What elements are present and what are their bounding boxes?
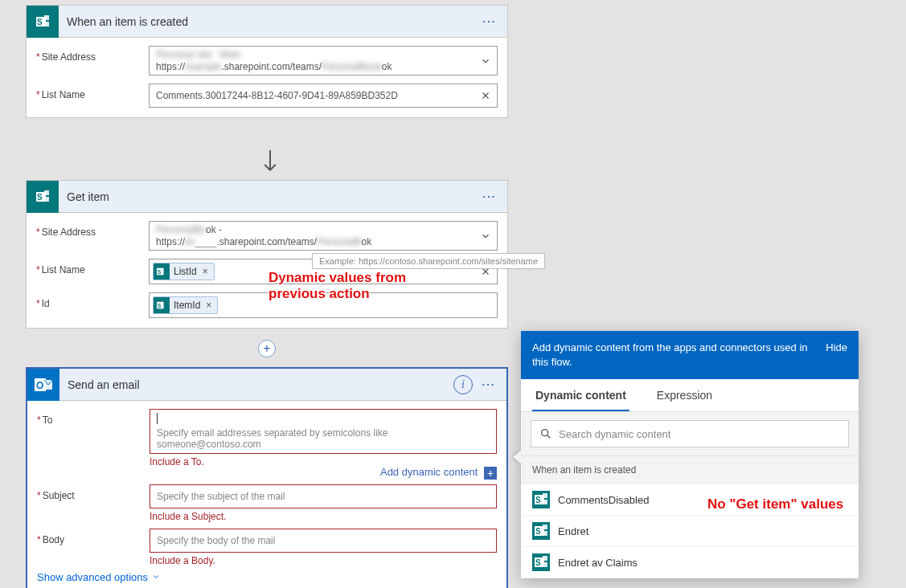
site-address-label: Site Address xyxy=(36,221,149,238)
site-line1: Personal site · Main xyxy=(156,49,240,60)
card-menu[interactable]: ··· xyxy=(478,190,501,202)
card-menu[interactable]: ··· xyxy=(478,378,500,390)
id-label: Id xyxy=(36,292,149,309)
list-name-value: Comments.30017244-8B12-4607-9D41-89A859B… xyxy=(156,90,398,101)
site-address-input[interactable]: Personal site · Main https://example.sha… xyxy=(149,46,498,76)
subject-placeholder: Specify the subject of the mail xyxy=(157,491,285,502)
panel-header-text: Add dynamic content from the apps and co… xyxy=(532,341,819,370)
body-placeholder: Specify the body of the mail xyxy=(157,535,275,546)
to-error: Include a To. xyxy=(150,456,497,468)
panel-pointer xyxy=(513,451,521,463)
list-name-input[interactable]: Comments.30017244-8B12-4607-9D41-89A859B… xyxy=(149,84,498,108)
search-placeholder: Search dynamic content xyxy=(559,428,670,440)
site-address-input[interactable]: PersonalBook - https://ex____.sharepoint… xyxy=(149,221,498,251)
search-input[interactable]: Search dynamic content xyxy=(531,420,849,447)
site-address-label: Site Address xyxy=(36,46,149,63)
chevron-down-icon[interactable] xyxy=(478,229,493,243)
tab-expression[interactable]: Expression xyxy=(654,379,715,411)
token-remove[interactable]: × xyxy=(200,266,211,277)
dynamic-group-header: When an item is created xyxy=(521,456,859,484)
to-input[interactable]: Specify email addresses separated by sem… xyxy=(150,409,497,454)
site-line2: https://example.sharepoint.com/teams/Per… xyxy=(156,61,392,72)
card-header[interactable]: When an item is created ··· xyxy=(27,6,507,38)
token-listid[interactable]: ListId × xyxy=(153,263,215,280)
send-email-card: Send an email i ··· To Specify email add… xyxy=(26,367,508,588)
sharepoint-icon xyxy=(27,6,59,38)
card-title: Send an email xyxy=(68,378,453,391)
body-label: Body xyxy=(37,529,150,545)
card-header[interactable]: Send an email i ··· xyxy=(27,369,506,401)
list-name-label: List Name xyxy=(36,259,149,276)
dynamic-content-panel: Add dynamic content from the apps and co… xyxy=(521,331,859,578)
dynamic-item[interactable]: Endret xyxy=(521,516,859,547)
list-name-label: List Name xyxy=(36,84,149,100)
site-line1: PersonalBook - xyxy=(156,224,222,235)
search-icon xyxy=(539,427,552,440)
svg-point-9 xyxy=(542,430,548,436)
info-icon[interactable]: i xyxy=(453,375,473,394)
dynamic-item-label: CommentsDisabled xyxy=(558,494,649,506)
plus-icon: + xyxy=(484,467,497,480)
clear-icon[interactable] xyxy=(478,88,493,103)
dynamic-item-label: Endret xyxy=(558,525,588,537)
show-advanced-options-link[interactable]: Show advanced options xyxy=(37,568,497,583)
add-dynamic-content-link[interactable]: Add dynamic content + xyxy=(37,466,497,480)
flow-arrow-icon xyxy=(261,149,279,178)
annotation-no-get-item: No "Get item" values xyxy=(707,496,843,512)
token-itemid[interactable]: ItemId × xyxy=(153,296,218,314)
subject-error: Include a Subject. xyxy=(150,511,497,522)
dynamic-item[interactable]: Endret av Claims xyxy=(521,547,859,578)
card-title: Get item xyxy=(67,190,478,203)
sharepoint-icon xyxy=(532,522,550,540)
card-header[interactable]: Get item ··· xyxy=(27,181,507,213)
body-input[interactable]: Specify the body of the mail xyxy=(150,529,497,553)
trigger-card: When an item is created ··· Site Address… xyxy=(26,5,508,118)
sharepoint-icon xyxy=(27,181,59,213)
to-placeholder: Specify email addresses separated by sem… xyxy=(157,427,475,450)
card-menu[interactable]: ··· xyxy=(478,15,501,27)
add-step-button[interactable]: + xyxy=(258,340,276,357)
sharepoint-icon xyxy=(154,297,170,313)
to-label: To xyxy=(37,409,150,426)
annotation-dynamic-values: Dynamic values from previous action xyxy=(269,270,406,303)
sharepoint-icon xyxy=(532,553,550,571)
panel-header: Add dynamic content from the apps and co… xyxy=(521,331,859,379)
text-cursor xyxy=(157,413,158,424)
site-line2: https://ex____.sharepoint.com/teams/Pers… xyxy=(156,236,371,247)
subject-label: Subject xyxy=(37,484,150,501)
chevron-down-icon[interactable] xyxy=(478,54,493,68)
tab-dynamic-content[interactable]: Dynamic content xyxy=(532,379,629,411)
panel-tabs: Dynamic content Expression xyxy=(521,379,859,412)
hide-panel-link[interactable]: Hide xyxy=(819,341,847,355)
token-remove[interactable]: × xyxy=(203,300,214,311)
subject-input[interactable]: Specify the subject of the mail xyxy=(150,484,497,508)
outlook-icon xyxy=(27,369,59,401)
tooltip: Example: https://contoso.sharepoint.com/… xyxy=(312,253,545,269)
sharepoint-icon xyxy=(532,491,550,508)
body-error: Include a Body. xyxy=(150,555,497,566)
dynamic-item-label: Endret av Claims xyxy=(558,557,637,569)
card-title: When an item is created xyxy=(67,15,478,28)
sharepoint-icon xyxy=(154,263,170,280)
